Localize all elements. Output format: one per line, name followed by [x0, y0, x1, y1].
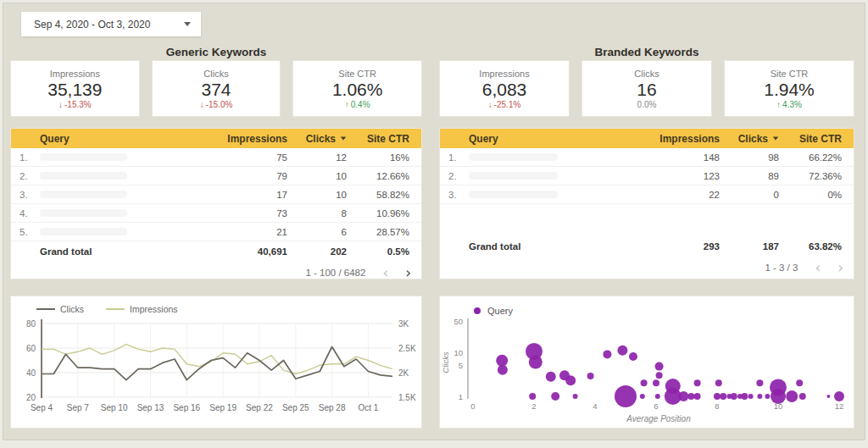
clicks-line-swatch	[36, 308, 55, 310]
bubble-chart-plot: 151050024681012Average PositionClicks	[440, 296, 854, 428]
svg-text:4: 4	[593, 401, 597, 411]
column-header-query[interactable]: Query	[40, 133, 198, 145]
scorecard-label: Site CTR	[771, 69, 809, 79]
query-bubble-swatch	[474, 307, 481, 314]
pagination-next-icon[interactable]	[405, 266, 411, 280]
svg-text:Oct 1: Oct 1	[358, 403, 378, 412]
scorecard-delta: 0.4%	[345, 100, 370, 109]
svg-text:0: 0	[470, 401, 475, 411]
grand-total-label: Grand total	[469, 241, 631, 252]
branded-scorecards: Impressions 6,083 -25.1% Clicks 16 0.0% …	[439, 60, 854, 117]
branded-keywords-title: Branded Keywords	[439, 46, 854, 59]
legend-item-impressions: Impressions	[106, 304, 178, 314]
line-chart-plot: 204060801.5K2K2.5K3KSep 4Sep 7Sep 10Sep …	[11, 296, 421, 428]
scorecard-delta: -15.0%	[200, 100, 233, 109]
svg-text:Sep 4: Sep 4	[31, 403, 53, 412]
scorecard-label: Clicks	[203, 69, 228, 79]
scorecard-delta: 0.0%	[637, 100, 657, 109]
pagination-prev-icon[interactable]	[382, 266, 388, 280]
pagination-next-icon[interactable]	[837, 261, 843, 275]
svg-text:1.5K: 1.5K	[398, 393, 416, 402]
column-header-query[interactable]: Query	[469, 133, 631, 145]
scorecard-delta: -25.1%	[488, 100, 521, 109]
date-range-label: Sep 4, 2020 - Oct 3, 2020	[34, 19, 184, 30]
svg-text:12: 12	[835, 401, 844, 411]
scorecard-branded-site-ctr: Site CTR 1.94% 4.3%	[724, 60, 854, 117]
svg-text:Average Position: Average Position	[626, 414, 691, 423]
impressions-line-swatch	[106, 308, 125, 310]
bubble-chart-legend: Query	[474, 306, 513, 316]
query-redacted	[40, 209, 127, 217]
grand-total-row: Grand total 40,691 202 0.5%	[11, 241, 421, 262]
grand-total-row: Grand total 293 187 63.82%	[440, 236, 854, 257]
scorecard-branded-impressions: Impressions 6,083 -25.1%	[439, 60, 570, 117]
pagination-range-label: 1 - 100 / 6482	[305, 268, 365, 278]
column-header-impressions[interactable]: Impressions	[631, 133, 720, 145]
query-redacted	[40, 172, 127, 180]
generic-keywords-table: Query Impressions Clicks Site CTR 1. 75 …	[10, 128, 422, 279]
svg-text:Sep 10: Sep 10	[101, 403, 128, 412]
column-header-impressions[interactable]: Impressions	[198, 133, 287, 145]
scorecard-value: 1.94%	[764, 80, 815, 99]
trend-up-icon	[345, 100, 349, 109]
scorecard-delta: -15.3%	[58, 100, 92, 109]
scorecard-value: 1.06%	[332, 80, 383, 99]
svg-text:Sep 22: Sep 22	[246, 403, 273, 412]
table-row: 1. 75 12 16%	[11, 148, 421, 167]
column-header-site-ctr[interactable]: Site CTR	[779, 133, 854, 145]
pagination: 1 - 100 / 6482	[11, 262, 421, 284]
trend-up-icon	[776, 100, 781, 109]
svg-text:Sep 28: Sep 28	[319, 403, 346, 412]
query-redacted	[40, 153, 127, 161]
svg-text:5: 5	[459, 361, 463, 370]
column-header-clicks[interactable]: Clicks	[720, 133, 779, 145]
scorecard-generic-site-ctr: Site CTR 1.06% 0.4%	[292, 60, 422, 117]
trend-down-icon	[58, 100, 63, 109]
svg-text:Clicks: Clicks	[441, 351, 450, 373]
query-redacted	[469, 191, 558, 198]
query-bubble-chart: Query 151050024681012Average PositionCli…	[439, 296, 854, 429]
svg-text:Sep 13: Sep 13	[137, 403, 164, 412]
svg-text:Sep 25: Sep 25	[282, 403, 309, 412]
generic-keywords-title: Generic Keywords	[10, 46, 422, 59]
date-range-picker[interactable]: Sep 4, 2020 - Oct 3, 2020	[21, 12, 201, 36]
scorecard-branded-clicks: Clicks 16 0.0%	[581, 60, 712, 117]
svg-text:2.5K: 2.5K	[398, 344, 416, 353]
sort-desc-icon	[773, 137, 778, 141]
svg-text:10: 10	[453, 348, 463, 357]
query-redacted	[40, 228, 127, 235]
svg-text:2K: 2K	[398, 368, 409, 378]
pagination-prev-icon[interactable]	[815, 261, 821, 275]
column-header-clicks[interactable]: Clicks	[287, 133, 347, 145]
table-row: 2. 123 89 72.36%	[440, 167, 854, 185]
table-row: 4. 73 8 10.96%	[11, 204, 421, 223]
scorecard-value: 374	[201, 80, 231, 99]
scorecard-generic-impressions: Impressions 35,139 -15.3%	[10, 60, 140, 117]
clicks-impressions-line-chart: Clicks Impressions 204060801.5K2K2.5K3KS…	[10, 296, 422, 429]
table-row: 1. 148 98 66.22%	[440, 148, 854, 167]
table-header-row: Query Impressions Clicks Site CTR	[11, 129, 421, 148]
table-row: 3. 17 10 58.82%	[11, 185, 421, 204]
query-redacted	[469, 153, 558, 161]
legend-item-clicks: Clicks	[36, 304, 84, 314]
query-redacted	[40, 191, 127, 198]
svg-text:Sep 16: Sep 16	[173, 403, 200, 412]
table-row: 2. 79 10 12.66%	[11, 167, 421, 185]
scorecard-generic-clicks: Clicks 374 -15.0%	[152, 60, 281, 117]
svg-text:Sep 7: Sep 7	[67, 403, 90, 412]
svg-text:1: 1	[459, 392, 463, 401]
chevron-down-icon	[184, 22, 191, 26]
table-header-row: Query Impressions Clicks Site CTR	[440, 129, 854, 148]
scorecard-delta: 4.3%	[776, 100, 802, 109]
scorecard-label: Site CTR	[338, 69, 376, 79]
svg-text:Sep 19: Sep 19	[209, 403, 236, 412]
table-row: 3. 22 0 0%	[440, 185, 854, 204]
sort-desc-icon	[341, 137, 346, 141]
table-row: 5. 21 6 28.57%	[11, 223, 421, 241]
svg-text:40: 40	[26, 368, 36, 378]
scorecard-label: Clicks	[634, 69, 659, 79]
column-header-site-ctr[interactable]: Site CTR	[347, 133, 421, 145]
pagination-range-label: 1 - 3 / 3	[765, 263, 798, 273]
scorecard-value: 6,083	[482, 80, 527, 99]
generic-scorecards: Impressions 35,139 -15.3% Clicks 374 -15…	[10, 60, 422, 117]
